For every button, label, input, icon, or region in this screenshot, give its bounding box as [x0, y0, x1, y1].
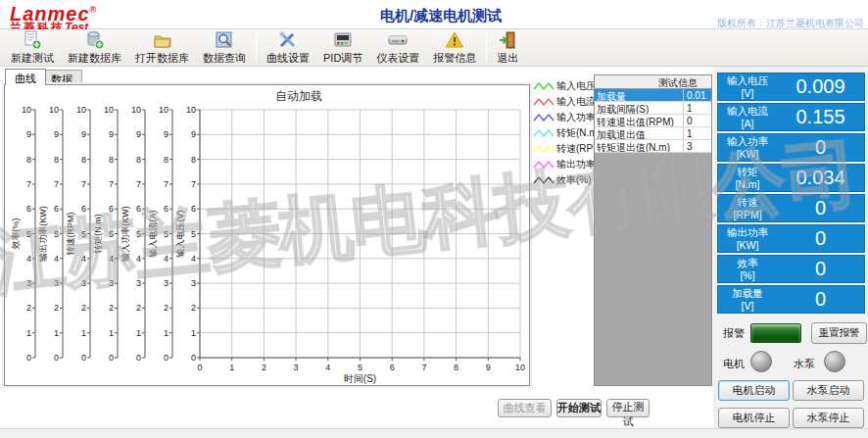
svg-text:8: 8 [109, 155, 114, 165]
svg-text:1: 1 [26, 328, 31, 338]
measurement-label: 输入电流[A] [718, 105, 777, 128]
measurement-tile: 转速[RPM]0 [717, 194, 865, 222]
svg-text:7: 7 [164, 179, 169, 189]
row-value: 1 [684, 102, 711, 114]
tab-data[interactable]: 数据 [41, 70, 82, 85]
toolbar-alarm-info[interactable]: 报警信息 [426, 30, 483, 66]
row-value: 0.01 [684, 89, 711, 101]
svg-text:8: 8 [164, 155, 169, 165]
table-rows: 加载量0.01加载间隔(S)1转速退出值(RPM)0加载退出值1转矩退出值(N.… [595, 89, 711, 153]
toolbar-pid-tuning[interactable]: PID调节 [316, 30, 369, 66]
instrument-settings-icon [388, 30, 408, 50]
start-test-button[interactable]: 开始测试 [556, 399, 602, 417]
reset-alarm-button[interactable]: 重置报警 [811, 322, 867, 344]
table-row[interactable]: 转速退出值(RPM)0 [595, 115, 711, 127]
status-strip [0, 428, 868, 438]
table-row[interactable]: 加载间隔(S)1 [595, 102, 711, 115]
measurement-tile: 输出功率[KW]0 [717, 224, 865, 253]
svg-text:8: 8 [54, 155, 59, 165]
copyright-text: 版权所有：江苏兰菱机电有限公司 [717, 17, 864, 30]
svg-text:2: 2 [26, 303, 31, 313]
svg-text:输入电流(A): 输入电流(A) [148, 211, 158, 259]
svg-text:3: 3 [109, 278, 114, 288]
svg-text:2: 2 [81, 303, 86, 313]
table-row[interactable]: 转矩退出值(N.m)3 [595, 140, 711, 153]
table-row[interactable]: 加载退出值1 [595, 127, 711, 140]
svg-text:9: 9 [109, 129, 114, 139]
alarm-led [750, 323, 801, 343]
motor-start-button[interactable]: 电机启动 [718, 380, 790, 401]
svg-text:1: 1 [164, 328, 169, 338]
svg-text:1: 1 [109, 328, 114, 338]
measurement-label: 输出功率[KW] [718, 226, 777, 250]
row-label: 转速退出值(RPM) [595, 115, 684, 126]
svg-text:4: 4 [325, 363, 330, 372]
toolbar-item-label: 报警信息 [433, 51, 476, 66]
svg-text:3: 3 [294, 363, 299, 372]
svg-text:9: 9 [136, 129, 141, 139]
toolbar-item-label: 新建数据库 [68, 51, 121, 66]
chart-legend: 输入电压(V)输入电流(A)输入功率(KW)转矩(N.m)转速(RPM)输出功率… [533, 78, 592, 188]
alarm-info-icon [445, 30, 464, 50]
toolbar-item-label: 仪表设置 [376, 51, 419, 66]
svg-text:4: 4 [26, 254, 31, 264]
curve-view-button[interactable]: 曲线查看 [498, 399, 552, 417]
motor-stop-button[interactable]: 电机停止 [718, 408, 790, 428]
toolbar-new-test[interactable]: 新建测试 [4, 30, 61, 66]
measurement-tile: 输入功率[KW]0 [717, 133, 865, 162]
svg-text:7: 7 [54, 179, 59, 189]
measurement-label: 输入电压[V] [718, 74, 777, 98]
stop-test-button[interactable]: 停止测试 [606, 399, 650, 417]
measurement-label: 转矩[N.m] [718, 166, 777, 189]
curve-settings-icon [278, 30, 298, 50]
svg-text:输入电压(V): 输入电压(V) [175, 211, 185, 259]
measurement-tile: 输入电流[A]0.155 [717, 103, 865, 131]
toolbar-open-database[interactable]: 打开数据库 [128, 30, 196, 66]
measurement-value: 0.155 [777, 106, 864, 128]
svg-text:5: 5 [136, 229, 141, 239]
toolbar-instrument-settings[interactable]: 仪表设置 [369, 30, 426, 66]
toolbar-new-database[interactable]: 新建数据库 [61, 30, 128, 66]
svg-text:0: 0 [164, 353, 169, 363]
svg-text:5: 5 [109, 229, 114, 239]
svg-text:9: 9 [486, 363, 491, 372]
toolbar-item-label: 新建测试 [11, 51, 54, 66]
pump-stop-button[interactable]: 水泵停止 [793, 408, 864, 428]
table-row[interactable]: 加载量0.01 [595, 89, 711, 102]
row-value: 0 [684, 115, 711, 126]
svg-text:5: 5 [81, 229, 86, 239]
toolbar-data-query[interactable]: 数据查询 [196, 30, 253, 66]
svg-text:5: 5 [54, 229, 59, 239]
open-database-icon [153, 30, 172, 50]
svg-text:6: 6 [26, 204, 31, 214]
tab-curve[interactable]: 曲线 [5, 69, 46, 85]
logo-text: Lanmec® [10, 1, 97, 23]
svg-text:1: 1 [229, 363, 234, 372]
toolbar-exit[interactable]: 退出 [490, 30, 525, 66]
svg-text:8: 8 [136, 155, 141, 165]
toolbar-curve-settings[interactable]: 曲线设置 [260, 30, 316, 66]
measurement-label: 加载量[V] [718, 287, 777, 311]
pump-label: 水泵 [794, 357, 815, 371]
row-label: 加载间隔(S) [595, 102, 684, 114]
svg-text:1: 1 [136, 328, 141, 338]
svg-text:8: 8 [26, 155, 31, 165]
svg-text:0: 0 [109, 353, 114, 363]
measurement-label: 效率[%] [718, 257, 777, 280]
motor-led [750, 351, 772, 372]
svg-text:0: 0 [54, 353, 59, 363]
svg-text:10: 10 [49, 105, 59, 115]
svg-text:时间(S): 时间(S) [344, 373, 376, 384]
svg-text:0: 0 [81, 353, 86, 363]
toolbar-separator [256, 33, 257, 63]
row-value: 1 [684, 127, 711, 139]
svg-text:6: 6 [81, 204, 86, 214]
svg-text:3: 3 [26, 278, 31, 288]
header: Lanmec® 兰菱科技Test 电机/减速电机测试 版权所有：江苏兰菱机电有限… [0, 0, 868, 29]
pump-start-button[interactable]: 水泵启动 [793, 380, 864, 401]
measurement-value: 0.034 [777, 167, 864, 189]
measurement-tile: 输入电压[V]0.009 [717, 73, 865, 101]
svg-text:4: 4 [109, 254, 114, 264]
legend-swatch [533, 174, 555, 186]
svg-text:3: 3 [81, 278, 86, 288]
